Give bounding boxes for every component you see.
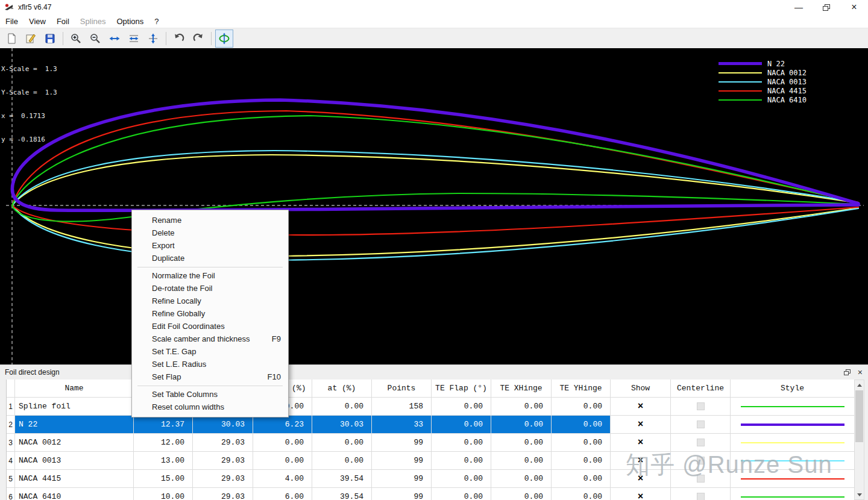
- close-panel-icon[interactable]: ×: [858, 369, 863, 375]
- context-menu-item[interactable]: De-rotate the Foil: [132, 282, 288, 295]
- value-cell[interactable]: 0.00: [312, 434, 372, 451]
- value-cell[interactable]: 30.03: [193, 416, 253, 433]
- foil-canvas[interactable]: X-Scale = 1.3 Y-Scale = 1.3 x = 0.1713 y…: [0, 48, 868, 364]
- zoom-in-button[interactable]: [67, 30, 85, 48]
- context-menu-item[interactable]: Reset column widths: [132, 401, 288, 413]
- undo-button[interactable]: [170, 30, 188, 48]
- menubar-item-foil[interactable]: Foil: [51, 14, 75, 28]
- context-menu-item[interactable]: Duplicate: [132, 252, 288, 264]
- zoom-out-button[interactable]: [86, 30, 104, 48]
- value-cell[interactable]: 30.03: [312, 416, 372, 433]
- value-cell[interactable]: 29.03: [193, 470, 253, 487]
- context-menu-item[interactable]: Set FlapF10: [132, 370, 288, 383]
- menubar-item-file[interactable]: File: [0, 14, 24, 28]
- value-cell[interactable]: 0.00: [253, 434, 312, 451]
- value-cell[interactable]: 0.00: [312, 398, 372, 415]
- value-cell[interactable]: 0.00: [552, 470, 611, 487]
- value-cell[interactable]: 99: [372, 470, 432, 487]
- context-menu-item[interactable]: Edit Foil Coordinates: [132, 320, 288, 333]
- context-menu-item[interactable]: Refine Locally: [132, 295, 288, 307]
- row-number-cell[interactable]: 5: [7, 470, 15, 487]
- value-cell[interactable]: 0.00: [253, 452, 312, 469]
- value-cell[interactable]: 6.00: [253, 488, 312, 500]
- value-cell[interactable]: 29.03: [193, 488, 253, 500]
- scrollbar-up-button[interactable]: [855, 380, 864, 390]
- row-number-cell[interactable]: 1: [7, 398, 15, 415]
- close-button[interactable]: ×: [840, 0, 868, 14]
- value-cell[interactable]: 0.00: [552, 488, 611, 500]
- centerline-checkbox[interactable]: [697, 439, 705, 446]
- style-cell[interactable]: [731, 488, 855, 500]
- menubar-item-splines[interactable]: Splines: [75, 14, 112, 28]
- scrollbar-down-button[interactable]: [855, 490, 864, 499]
- context-menu-item[interactable]: Scale camber and thicknessF9: [132, 333, 288, 345]
- centerline-checkbox[interactable]: [697, 493, 705, 500]
- row-number-cell[interactable]: 3: [7, 434, 15, 451]
- menubar-item-options[interactable]: Options: [112, 14, 149, 28]
- foil-name-cell[interactable]: NACA 4415: [15, 470, 134, 487]
- menubar-item-view[interactable]: View: [24, 14, 51, 28]
- column-header[interactable]: at (%): [312, 380, 372, 397]
- context-menu-item[interactable]: Set T.E. Gap: [132, 345, 288, 358]
- table-row[interactable]: 2N 2212.3730.036.2330.03330.000.000.00×: [7, 416, 855, 434]
- row-number-cell[interactable]: 4: [7, 452, 15, 469]
- value-cell[interactable]: 0.00: [432, 416, 491, 433]
- foil-name-cell[interactable]: NACA 6410: [15, 488, 134, 500]
- row-number-cell[interactable]: 6: [7, 488, 15, 500]
- style-cell[interactable]: [731, 416, 855, 433]
- scrollbar-thumb[interactable]: [855, 390, 863, 442]
- column-header[interactable]: TE YHinge: [552, 380, 611, 397]
- table-row[interactable]: 6NACA 641010.0029.036.0039.54990.000.000…: [7, 488, 855, 500]
- save-button[interactable]: [41, 30, 59, 48]
- value-cell[interactable]: 0.00: [552, 452, 611, 469]
- value-cell[interactable]: 39.54: [312, 470, 372, 487]
- style-cell[interactable]: [731, 398, 855, 415]
- column-header[interactable]: TE Flap (°): [432, 380, 491, 397]
- foil-name-cell[interactable]: NACA 0012: [15, 434, 134, 451]
- context-menu-item[interactable]: Refine Globally: [132, 307, 288, 320]
- value-cell[interactable]: 0.00: [432, 398, 491, 415]
- new-file-button[interactable]: [2, 30, 20, 48]
- centerline-cell[interactable]: [671, 416, 731, 433]
- centerline-checkbox[interactable]: [697, 402, 705, 410]
- value-cell[interactable]: 0.00: [432, 488, 491, 500]
- context-menu-item[interactable]: Set Table Columns: [132, 388, 288, 401]
- value-cell[interactable]: 0.00: [552, 434, 611, 451]
- context-menu-item[interactable]: Rename: [132, 214, 288, 227]
- foil-name-cell[interactable]: Spline foil: [15, 398, 134, 415]
- value-cell[interactable]: 0.00: [432, 470, 491, 487]
- value-cell[interactable]: 0.00: [552, 416, 611, 433]
- centerline-checkbox[interactable]: [697, 420, 705, 428]
- value-cell[interactable]: 0.00: [552, 398, 611, 415]
- centerline-cell[interactable]: [671, 488, 731, 500]
- reset-y-scale-button[interactable]: [125, 30, 143, 48]
- column-header[interactable]: Points: [372, 380, 432, 397]
- show-cell[interactable]: ×: [611, 488, 671, 500]
- reset-xy-scale-button[interactable]: [144, 30, 162, 48]
- value-cell[interactable]: 0.00: [312, 452, 372, 469]
- value-cell[interactable]: 6.23: [253, 416, 312, 433]
- column-header[interactable]: Name: [15, 380, 134, 397]
- value-cell[interactable]: 12.00: [134, 434, 193, 451]
- foil-name-cell[interactable]: N 22: [15, 416, 134, 433]
- value-cell[interactable]: 0.00: [491, 470, 552, 487]
- column-header[interactable]: Show: [611, 380, 671, 397]
- centerline-cell[interactable]: [671, 398, 731, 415]
- value-cell[interactable]: 0.00: [491, 416, 552, 433]
- context-menu-item[interactable]: Set L.E. Radius: [132, 358, 288, 370]
- value-cell[interactable]: 0.00: [491, 434, 552, 451]
- value-cell[interactable]: 15.00: [134, 470, 193, 487]
- column-header[interactable]: Style: [731, 380, 855, 397]
- value-cell[interactable]: 0.00: [432, 452, 491, 469]
- minimize-button[interactable]: —: [785, 0, 813, 14]
- value-cell[interactable]: 0.00: [491, 398, 552, 415]
- value-cell[interactable]: 4.00: [253, 470, 312, 487]
- column-header[interactable]: Centerline: [671, 380, 731, 397]
- show-cell[interactable]: ×: [611, 398, 671, 415]
- column-header[interactable]: TE XHinge: [491, 380, 552, 397]
- value-cell[interactable]: 12.37: [134, 416, 193, 433]
- value-cell[interactable]: 29.03: [193, 434, 253, 451]
- value-cell[interactable]: 33: [372, 416, 432, 433]
- context-menu-item[interactable]: Normalize the Foil: [132, 269, 288, 282]
- value-cell[interactable]: 10.00: [134, 488, 193, 500]
